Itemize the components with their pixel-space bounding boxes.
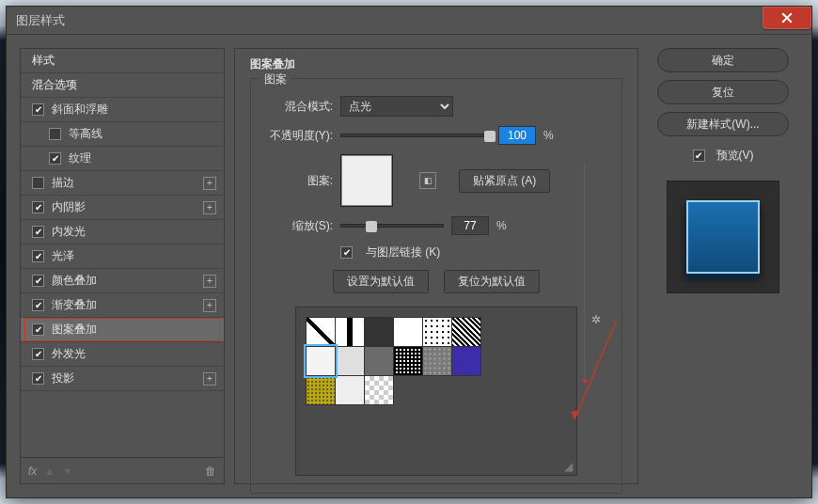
scale-label: 缩放(S):	[262, 218, 333, 234]
checkbox-icon[interactable]	[49, 152, 61, 165]
arrow-down-icon[interactable]: ▼	[62, 465, 72, 477]
link-label: 与图层链接 (K)	[366, 244, 440, 260]
gear-icon[interactable]: ✲	[591, 313, 601, 326]
pattern-thumb[interactable]	[306, 346, 336, 376]
snap-origin-button[interactable]: 贴紧原点 (A)	[459, 169, 550, 193]
checkbox-icon[interactable]	[32, 177, 44, 189]
sidebar-item-bevel[interactable]: 斜面和浮雕	[21, 98, 224, 122]
ok-button[interactable]: 确定	[657, 48, 789, 72]
arrow-up-icon[interactable]: ▲	[44, 465, 55, 477]
sidebar-item-pattern-overlay[interactable]: 图案叠加	[21, 318, 224, 342]
pattern-thumb[interactable]	[306, 317, 336, 347]
pattern-picker[interactable]: ✲	[295, 307, 577, 476]
link-row: 与图层链接 (K)	[262, 244, 610, 260]
checkbox-icon[interactable]	[32, 201, 44, 213]
checkbox-icon[interactable]	[32, 250, 44, 262]
close-button[interactable]	[763, 7, 811, 29]
scale-input[interactable]	[451, 216, 489, 235]
checkbox-icon[interactable]	[32, 299, 44, 311]
opacity-slider[interactable]	[340, 134, 491, 137]
sidebar-footer: fx ▲ ▼ 🗑	[21, 457, 224, 483]
sidebar-item-inner-shadow[interactable]: 内阴影+	[21, 196, 224, 220]
pattern-thumb[interactable]	[393, 317, 423, 347]
checkbox-icon[interactable]	[32, 372, 44, 385]
preview-label: 预览(V)	[716, 148, 754, 164]
plus-icon[interactable]: +	[203, 299, 216, 312]
layer-style-dialog: 图层样式 样式 混合选项 斜面和浮雕 等高线 纹理 描边+ 内阴影+ 内发光 光…	[6, 6, 812, 498]
preview-box	[667, 181, 779, 293]
sidebar-item-texture[interactable]: 纹理	[21, 147, 224, 171]
sidebar-item-inner-glow[interactable]: 内发光	[21, 220, 224, 244]
checkbox-icon[interactable]	[49, 128, 61, 140]
preview-toggle[interactable]: 预览(V)	[693, 148, 754, 164]
link-checkbox[interactable]	[340, 246, 353, 259]
percent-label: %	[496, 219, 507, 232]
trash-icon[interactable]: 🗑	[205, 465, 216, 478]
new-preset-icon[interactable]: ◧	[419, 172, 436, 189]
slider-thumb-icon[interactable]	[366, 221, 377, 232]
pattern-thumb[interactable]	[335, 346, 365, 376]
pattern-thumb[interactable]	[393, 346, 423, 376]
pattern-thumb[interactable]	[451, 346, 481, 376]
window-title: 图层样式	[16, 12, 65, 29]
default-buttons-row: 设置为默认值 复位为默认值	[262, 270, 610, 293]
cancel-button[interactable]: 复位	[657, 80, 789, 104]
dialog-body: 样式 混合选项 斜面和浮雕 等高线 纹理 描边+ 内阴影+ 内发光 光泽 颜色叠…	[7, 35, 811, 497]
pattern-thumb[interactable]	[422, 317, 452, 347]
checkbox-icon[interactable]	[32, 103, 44, 116]
pattern-thumb[interactable]	[422, 346, 452, 376]
pattern-thumb[interactable]	[306, 375, 336, 405]
percent-label: %	[543, 129, 554, 142]
pattern-thumb[interactable]	[335, 317, 365, 347]
sidebar-header-blend[interactable]: 混合选项	[21, 73, 224, 98]
new-style-button[interactable]: 新建样式(W)...	[657, 112, 789, 136]
checkbox-icon[interactable]	[32, 323, 44, 336]
style-list: 样式 混合选项 斜面和浮雕 等高线 纹理 描边+ 内阴影+ 内发光 光泽 颜色叠…	[21, 49, 224, 457]
pattern-thumb[interactable]	[364, 375, 394, 405]
pattern-thumb[interactable]	[451, 317, 481, 347]
pattern-row: 图案: ◧ 贴紧原点 (A)	[262, 154, 610, 207]
preview-swatch	[686, 200, 760, 274]
pattern-thumb[interactable]	[335, 375, 365, 405]
plus-icon[interactable]: +	[203, 201, 216, 214]
fieldset-legend: 图案	[260, 71, 291, 87]
pattern-swatch[interactable]	[340, 154, 393, 207]
sidebar-item-satin[interactable]: 光泽	[21, 244, 224, 269]
plus-icon[interactable]: +	[203, 372, 216, 386]
opacity-row: 不透明度(Y): %	[262, 126, 610, 145]
sidebar-item-gradient-overlay[interactable]: 渐变叠加+	[21, 293, 224, 318]
plus-icon[interactable]: +	[203, 177, 216, 190]
pattern-thumb[interactable]	[364, 346, 394, 376]
scale-row: 缩放(S): %	[262, 216, 610, 235]
reset-default-button[interactable]: 复位为默认值	[444, 270, 540, 293]
blend-mode-row: 混合模式: 点光	[262, 96, 610, 117]
sidebar-item-drop-shadow[interactable]: 投影+	[21, 367, 224, 391]
opacity-label: 不透明度(Y):	[262, 128, 333, 144]
sidebar-item-stroke[interactable]: 描边+	[21, 171, 224, 196]
checkbox-icon[interactable]	[32, 226, 44, 238]
preview-checkbox[interactable]	[693, 150, 705, 162]
scale-slider[interactable]	[340, 224, 444, 228]
blend-mode-label: 混合模式:	[262, 99, 333, 115]
sidebar-item-contour[interactable]: 等高线	[21, 122, 224, 147]
set-default-button[interactable]: 设置为默认值	[333, 270, 429, 293]
checkbox-icon[interactable]	[32, 348, 44, 360]
right-column: 确定 复位 新建样式(W)... 预览(V)	[648, 48, 798, 484]
checkbox-icon[interactable]	[32, 275, 44, 287]
sidebar-header-styles[interactable]: 样式	[21, 49, 224, 73]
panel-title: 图案叠加	[250, 56, 622, 72]
sidebar-item-color-overlay[interactable]: 颜色叠加+	[21, 269, 224, 293]
pattern-label: 图案:	[262, 173, 333, 189]
pattern-grid	[306, 317, 567, 404]
plus-icon[interactable]: +	[203, 275, 216, 288]
fx-icon[interactable]: fx	[28, 465, 37, 478]
opacity-input[interactable]	[498, 126, 536, 145]
resize-handle-icon[interactable]: ◢	[564, 460, 573, 473]
blend-mode-select[interactable]: 点光	[340, 96, 453, 117]
slider-thumb-icon[interactable]	[484, 131, 496, 142]
titlebar[interactable]: 图层样式	[7, 7, 811, 35]
sidebar-item-outer-glow[interactable]: 外发光	[21, 342, 224, 367]
close-icon	[781, 12, 793, 24]
pattern-fieldset: 图案 混合模式: 点光 不透明度(Y): % 图案: ◧	[250, 78, 622, 494]
pattern-thumb[interactable]	[364, 317, 394, 347]
